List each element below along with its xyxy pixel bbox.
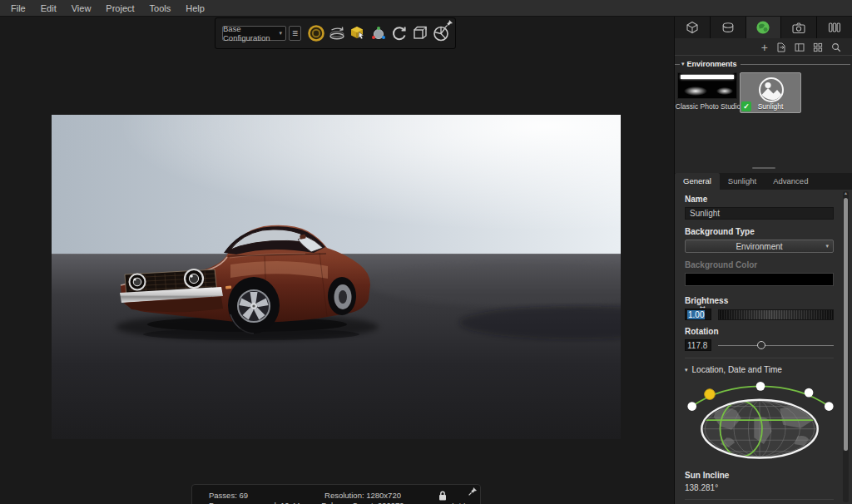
name-input[interactable]: Sunlight: [685, 207, 834, 220]
menu-bar: File Edit View Project Tools Help: [0, 0, 852, 17]
scroll-up-icon[interactable]: ▴: [843, 190, 849, 195]
pin-icon[interactable]: [443, 19, 453, 29]
import-button[interactable]: [776, 42, 786, 52]
menu-file[interactable]: File: [3, 0, 33, 17]
collapse-icon: ▾: [685, 367, 688, 373]
menu-view[interactable]: View: [64, 0, 99, 17]
library-actions: +: [675, 40, 852, 55]
search-icon: [831, 42, 841, 52]
add-environment-button[interactable]: +: [761, 43, 768, 52]
polygon-count-value: Polygon Count: 990979: [309, 501, 417, 504]
sun-position-handle: [705, 389, 716, 400]
menu-help[interactable]: Help: [178, 0, 212, 17]
tab-environment[interactable]: [746, 17, 782, 38]
rotation-slider[interactable]: [718, 340, 834, 351]
environment-gizmo-button[interactable]: [369, 23, 388, 43]
tab-scene[interactable]: [675, 17, 711, 38]
background-color-swatch[interactable]: [685, 273, 834, 286]
panes-icon: [795, 42, 805, 52]
chevron-down-icon: ▾: [825, 243, 829, 250]
application-window: File Edit View Project Tools Help: [0, 0, 852, 504]
collapse-icon: ▾: [681, 61, 685, 67]
image-bars-icon: [828, 21, 841, 34]
reset-camera-icon: [390, 24, 409, 42]
environment-item-classic-photo-studio[interactable]: [677, 72, 737, 99]
resize-cursor-icon: ↔: [698, 300, 707, 310]
background-type-select[interactable]: Environment ▾: [685, 240, 834, 253]
material-icon: [721, 21, 735, 34]
selected-check-icon: ✓: [741, 101, 751, 111]
menu-tools[interactable]: Tools: [142, 0, 179, 17]
image-placeholder-icon: [757, 77, 785, 105]
camera-icon: [792, 22, 805, 34]
render-status-bar: Passes: 69 Passes per second: 10.44 Reso…: [191, 484, 481, 504]
thumbnail-view-button[interactable]: [813, 42, 823, 52]
configuration-list-button[interactable]: ≡: [289, 26, 301, 41]
tab-advanced[interactable]: Advanced: [765, 173, 816, 190]
move-tool-button[interactable]: [349, 23, 367, 43]
rotation-input[interactable]: 117.8: [685, 339, 711, 351]
move-tool-icon: [349, 24, 367, 42]
tab-material[interactable]: [711, 17, 746, 38]
resolution-value: Resolution: 1280x720: [309, 491, 417, 501]
configuration-select[interactable]: Base Configuration ▾: [222, 26, 286, 41]
background-type-label: Background Type: [685, 227, 834, 236]
environment-item-sunlight[interactable]: Sunlight ✓: [740, 72, 801, 113]
brightness-slider[interactable]: [718, 309, 834, 320]
panel-splitter[interactable]: [675, 165, 852, 171]
tab-general[interactable]: General: [675, 173, 720, 190]
rotation-row: 117.8: [685, 339, 834, 351]
grid-icon: [813, 42, 823, 52]
configuration-toolbar: Base Configuration ▾ ≡: [215, 17, 456, 49]
project-panel: +: [674, 17, 852, 504]
brightness-value: 1.00: [687, 310, 705, 319]
sun-path-globe-widget[interactable]: [685, 379, 836, 462]
configuration-select-value: Base Configuration: [223, 24, 285, 42]
location-section-header[interactable]: ▾ Location, Date and Time: [685, 365, 834, 374]
material-ball-button[interactable]: [307, 23, 325, 43]
turntable-button[interactable]: [328, 23, 346, 43]
environment-property-tabs: General Sunlight Advanced: [675, 173, 852, 190]
brightness-row: ↔ 1.00: [685, 309, 834, 320]
turntable-icon: [328, 24, 346, 42]
studio-light-strip: [681, 75, 734, 79]
brightness-input[interactable]: 1.00: [685, 309, 711, 320]
rotation-label: Rotation: [685, 327, 834, 336]
name-value: Sunlight: [690, 209, 720, 218]
environment-item-label: Classic Photo Studio: [675, 102, 741, 111]
menu-project[interactable]: Project: [98, 0, 141, 17]
environment-properties: Name Sunlight Background Type Environmen…: [675, 190, 852, 504]
environments-section-header[interactable]: ▾ Environments: [675, 58, 852, 70]
environment-list: Classic Photo Studio Sunlight ✓: [675, 70, 852, 163]
environment-gizmo-icon: [369, 24, 388, 42]
scrollbar-thumb[interactable]: [844, 198, 848, 451]
environments-section-title: Environments: [687, 60, 737, 68]
passes-value: Passes: 69: [209, 491, 309, 501]
render-image[interactable]: [52, 115, 621, 439]
slider-track: [718, 345, 834, 347]
studio-glow: [716, 87, 733, 95]
lock-icon[interactable]: [438, 491, 447, 501]
realtime-viewport[interactable]: Base Configuration ▾ ≡: [0, 17, 674, 504]
import-icon: [776, 42, 786, 52]
location-section-title: Location, Date and Time: [692, 365, 782, 374]
sun-incline-value: 138.281°: [685, 483, 834, 492]
rotation-value: 117.8: [687, 341, 707, 350]
slider-thumb[interactable]: [757, 341, 765, 349]
environment-icon: [755, 20, 770, 35]
perspective-button[interactable]: [411, 23, 429, 43]
search-button[interactable]: [831, 42, 841, 52]
panes-button[interactable]: [795, 42, 805, 52]
tab-camera[interactable]: [781, 17, 817, 38]
tab-image[interactable]: [817, 17, 852, 38]
menu-edit[interactable]: Edit: [33, 0, 64, 17]
tab-sunlight[interactable]: Sunlight: [720, 173, 765, 190]
passes-per-second-value: Passes per second: 10.44: [209, 501, 309, 504]
material-ball-icon: [307, 24, 325, 42]
project-panel-tabs: [675, 17, 852, 38]
chevron-down-icon: ▾: [279, 30, 282, 37]
studio-glow: [684, 86, 707, 96]
pin-icon[interactable]: [468, 487, 478, 497]
reset-camera-button[interactable]: [390, 23, 409, 43]
properties-scrollbar[interactable]: ▴ ▾: [843, 191, 849, 502]
